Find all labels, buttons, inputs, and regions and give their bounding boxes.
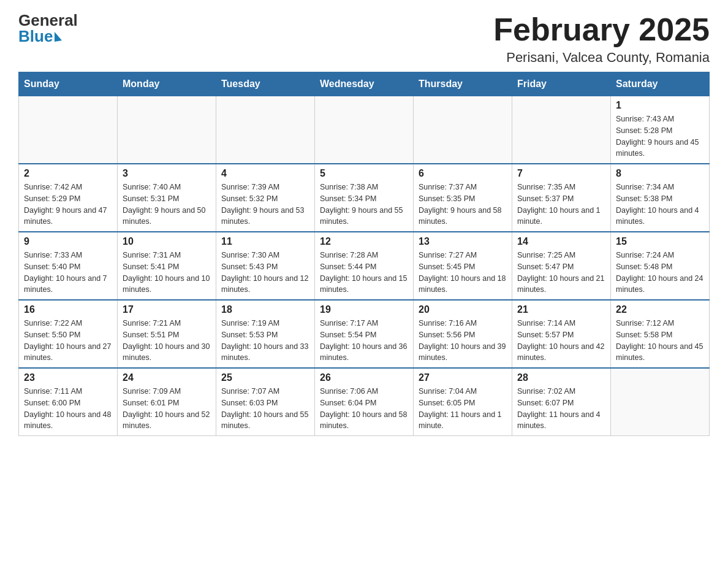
calendar-cell: 18Sunrise: 7:19 AM Sunset: 5:53 PM Dayli… — [216, 300, 315, 368]
calendar-cell: 5Sunrise: 7:38 AM Sunset: 5:34 PM Daylig… — [315, 164, 414, 232]
day-number: 19 — [320, 304, 408, 315]
day-number: 24 — [123, 372, 211, 383]
week-row-1: 1Sunrise: 7:43 AM Sunset: 5:28 PM Daylig… — [19, 96, 710, 164]
calendar-cell: 11Sunrise: 7:30 AM Sunset: 5:43 PM Dayli… — [216, 232, 315, 300]
calendar-cell: 16Sunrise: 7:22 AM Sunset: 5:50 PM Dayli… — [19, 300, 118, 368]
day-number: 2 — [24, 168, 112, 179]
day-info: Sunrise: 7:09 AM Sunset: 6:01 PM Dayligh… — [123, 386, 211, 432]
weekday-header-tuesday: Tuesday — [216, 72, 315, 96]
weekday-header-thursday: Thursday — [414, 72, 512, 96]
day-info: Sunrise: 7:22 AM Sunset: 5:50 PM Dayligh… — [24, 318, 112, 364]
calendar-cell: 4Sunrise: 7:39 AM Sunset: 5:32 PM Daylig… — [216, 164, 315, 232]
day-info: Sunrise: 7:30 AM Sunset: 5:43 PM Dayligh… — [221, 250, 309, 296]
calendar-cell — [315, 96, 414, 164]
calendar-cell — [19, 96, 118, 164]
day-number: 21 — [517, 304, 605, 315]
weekday-header-sunday: Sunday — [19, 72, 118, 96]
day-number: 1 — [616, 100, 704, 111]
day-info: Sunrise: 7:14 AM Sunset: 5:57 PM Dayligh… — [517, 318, 605, 364]
calendar-cell: 3Sunrise: 7:40 AM Sunset: 5:31 PM Daylig… — [118, 164, 216, 232]
day-number: 4 — [221, 168, 309, 179]
calendar-cell — [118, 96, 216, 164]
day-number: 14 — [517, 236, 605, 247]
calendar-cell: 26Sunrise: 7:06 AM Sunset: 6:04 PM Dayli… — [315, 368, 414, 436]
day-number: 22 — [616, 304, 704, 315]
day-info: Sunrise: 7:16 AM Sunset: 5:56 PM Dayligh… — [419, 318, 507, 364]
day-info: Sunrise: 7:27 AM Sunset: 5:45 PM Dayligh… — [419, 250, 507, 296]
day-info: Sunrise: 7:19 AM Sunset: 5:53 PM Dayligh… — [221, 318, 309, 364]
day-number: 28 — [517, 372, 605, 383]
calendar-cell — [414, 96, 512, 164]
day-number: 13 — [419, 236, 507, 247]
day-number: 6 — [419, 168, 507, 179]
weekday-header-saturday: Saturday — [611, 72, 710, 96]
day-number: 9 — [24, 236, 112, 247]
day-number: 3 — [123, 168, 211, 179]
calendar-cell: 2Sunrise: 7:42 AM Sunset: 5:29 PM Daylig… — [19, 164, 118, 232]
calendar-cell: 7Sunrise: 7:35 AM Sunset: 5:37 PM Daylig… — [512, 164, 611, 232]
calendar-cell: 15Sunrise: 7:24 AM Sunset: 5:48 PM Dayli… — [611, 232, 710, 300]
title-block: February 2025 Perisani, Valcea County, R… — [493, 12, 710, 66]
calendar-cell: 25Sunrise: 7:07 AM Sunset: 6:03 PM Dayli… — [216, 368, 315, 436]
calendar-cell: 14Sunrise: 7:25 AM Sunset: 5:47 PM Dayli… — [512, 232, 611, 300]
day-number: 11 — [221, 236, 309, 247]
calendar-cell: 9Sunrise: 7:33 AM Sunset: 5:40 PM Daylig… — [19, 232, 118, 300]
day-number: 27 — [419, 372, 507, 383]
calendar-table: SundayMondayTuesdayWednesdayThursdayFrid… — [18, 72, 710, 436]
day-info: Sunrise: 7:33 AM Sunset: 5:40 PM Dayligh… — [24, 250, 112, 296]
day-info: Sunrise: 7:07 AM Sunset: 6:03 PM Dayligh… — [221, 386, 309, 432]
day-info: Sunrise: 7:35 AM Sunset: 5:37 PM Dayligh… — [517, 182, 605, 228]
day-info: Sunrise: 7:25 AM Sunset: 5:47 PM Dayligh… — [517, 250, 605, 296]
calendar-cell: 27Sunrise: 7:04 AM Sunset: 6:05 PM Dayli… — [414, 368, 512, 436]
week-row-3: 9Sunrise: 7:33 AM Sunset: 5:40 PM Daylig… — [19, 232, 710, 300]
page-header: General Blue February 2025 Perisani, Val… — [18, 12, 710, 66]
day-info: Sunrise: 7:17 AM Sunset: 5:54 PM Dayligh… — [320, 318, 408, 364]
day-info: Sunrise: 7:28 AM Sunset: 5:44 PM Dayligh… — [320, 250, 408, 296]
calendar-cell — [512, 96, 611, 164]
calendar-cell: 6Sunrise: 7:37 AM Sunset: 5:35 PM Daylig… — [414, 164, 512, 232]
day-info: Sunrise: 7:40 AM Sunset: 5:31 PM Dayligh… — [123, 182, 211, 228]
calendar-cell: 10Sunrise: 7:31 AM Sunset: 5:41 PM Dayli… — [118, 232, 216, 300]
week-row-2: 2Sunrise: 7:42 AM Sunset: 5:29 PM Daylig… — [19, 164, 710, 232]
day-number: 17 — [123, 304, 211, 315]
day-number: 8 — [616, 168, 704, 179]
day-number: 16 — [24, 304, 112, 315]
day-info: Sunrise: 7:34 AM Sunset: 5:38 PM Dayligh… — [616, 182, 704, 228]
calendar-cell: 19Sunrise: 7:17 AM Sunset: 5:54 PM Dayli… — [315, 300, 414, 368]
day-number: 18 — [221, 304, 309, 315]
day-info: Sunrise: 7:04 AM Sunset: 6:05 PM Dayligh… — [419, 386, 507, 432]
calendar-cell: 23Sunrise: 7:11 AM Sunset: 6:00 PM Dayli… — [19, 368, 118, 436]
weekday-header-wednesday: Wednesday — [315, 72, 414, 96]
day-number: 26 — [320, 372, 408, 383]
day-info: Sunrise: 7:02 AM Sunset: 6:07 PM Dayligh… — [517, 386, 605, 432]
day-number: 23 — [24, 372, 112, 383]
day-info: Sunrise: 7:43 AM Sunset: 5:28 PM Dayligh… — [616, 113, 704, 159]
calendar-cell: 12Sunrise: 7:28 AM Sunset: 5:44 PM Dayli… — [315, 232, 414, 300]
month-title: February 2025 — [493, 12, 710, 47]
weekday-header-friday: Friday — [512, 72, 611, 96]
week-row-4: 16Sunrise: 7:22 AM Sunset: 5:50 PM Dayli… — [19, 300, 710, 368]
logo: General Blue — [18, 12, 78, 44]
calendar-cell: 21Sunrise: 7:14 AM Sunset: 5:57 PM Dayli… — [512, 300, 611, 368]
day-number: 25 — [221, 372, 309, 383]
logo-general: General — [18, 12, 78, 28]
calendar-cell: 22Sunrise: 7:12 AM Sunset: 5:58 PM Dayli… — [611, 300, 710, 368]
calendar-cell: 20Sunrise: 7:16 AM Sunset: 5:56 PM Dayli… — [414, 300, 512, 368]
day-info: Sunrise: 7:37 AM Sunset: 5:35 PM Dayligh… — [419, 182, 507, 228]
calendar-cell — [611, 368, 710, 436]
day-info: Sunrise: 7:38 AM Sunset: 5:34 PM Dayligh… — [320, 182, 408, 228]
day-info: Sunrise: 7:42 AM Sunset: 5:29 PM Dayligh… — [24, 182, 112, 228]
week-row-5: 23Sunrise: 7:11 AM Sunset: 6:00 PM Dayli… — [19, 368, 710, 436]
day-number: 5 — [320, 168, 408, 179]
day-number: 7 — [517, 168, 605, 179]
weekday-header-monday: Monday — [118, 72, 216, 96]
day-info: Sunrise: 7:31 AM Sunset: 5:41 PM Dayligh… — [123, 250, 211, 296]
day-number: 15 — [616, 236, 704, 247]
calendar-cell: 24Sunrise: 7:09 AM Sunset: 6:01 PM Dayli… — [118, 368, 216, 436]
day-number: 20 — [419, 304, 507, 315]
day-info: Sunrise: 7:06 AM Sunset: 6:04 PM Dayligh… — [320, 386, 408, 432]
logo-arrow-icon — [55, 31, 62, 42]
day-number: 10 — [123, 236, 211, 247]
calendar-cell: 8Sunrise: 7:34 AM Sunset: 5:38 PM Daylig… — [611, 164, 710, 232]
calendar-cell: 28Sunrise: 7:02 AM Sunset: 6:07 PM Dayli… — [512, 368, 611, 436]
